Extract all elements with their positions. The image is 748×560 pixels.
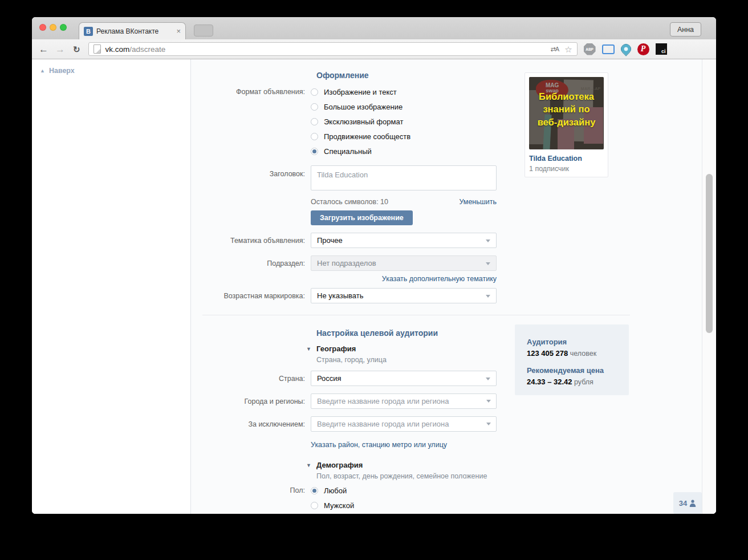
page-icon	[93, 44, 101, 54]
recommended-price-title: Рекомендуемая цена	[527, 366, 629, 375]
exclude-label: За исключением:	[191, 420, 311, 428]
screenshot-extension-icon[interactable]	[602, 44, 615, 54]
ad-preview-card: MAG swap MAR—AP Библиотека знаний по веб…	[525, 72, 608, 177]
chevron-down-icon	[486, 262, 490, 265]
section-title-audience: Настройка целевой аудитории	[316, 328, 702, 338]
subsection-label: Подраздел:	[191, 259, 311, 267]
page-viewport: ▲ Наверх Оформление Формат объявления: И…	[32, 59, 716, 514]
upload-row: Загрузить изображение	[191, 210, 702, 225]
cities-label: Города и регионы:	[191, 397, 311, 405]
chars-left-text: Осталось символов: 10	[311, 198, 388, 206]
scrollbar-track	[702, 59, 716, 514]
gender-option-male[interactable]: Мужской	[311, 501, 497, 510]
char-count-row: Осталось символов: 10 Уменьшить	[191, 198, 702, 206]
age-marking-label: Возрастная маркировка:	[191, 292, 311, 300]
scrollbar-thumb[interactable]	[706, 174, 713, 333]
audience-title: Аудитория	[527, 338, 629, 346]
radio-icon	[311, 118, 318, 125]
close-window-button[interactable]	[39, 24, 46, 31]
extra-topic-row: Указать дополнительную тематику	[191, 275, 702, 283]
country-label: Страна:	[191, 375, 311, 383]
geography-group-header[interactable]: ▼ География	[306, 344, 702, 353]
chevron-down-icon	[486, 295, 490, 298]
browser-toolbar: ← → ↻ vk.com/adscreate ⇄A ☆ ABP P ci	[32, 39, 716, 59]
section-title-design: Оформление	[316, 59, 702, 80]
format-option-exclusive[interactable]: Эксклюзивный формат	[311, 117, 497, 126]
vk-favicon-icon: B	[84, 27, 93, 36]
zoom-window-button[interactable]	[60, 24, 67, 31]
cities-input[interactable]	[311, 393, 497, 409]
geography-subtitle: Страна, город, улица	[316, 356, 702, 364]
close-tab-icon[interactable]: ×	[176, 27, 181, 35]
topic-label: Тематика объявления:	[191, 237, 311, 245]
cities-row: Города и регионы:	[191, 393, 702, 409]
format-label: Формат объявления:	[191, 88, 311, 96]
chevron-down-icon	[486, 423, 491, 425]
browser-tab[interactable]: B Реклама ВКонтакте ×	[79, 22, 186, 39]
gender-option-any[interactable]: Любой	[311, 486, 497, 495]
district-metro-street-link[interactable]: Указать район, станцию метро или улицу	[311, 441, 447, 449]
headline-textarea[interactable]	[311, 165, 497, 190]
extra-topic-link[interactable]: Указать дополнительную тематику	[382, 275, 497, 283]
back-to-top-link[interactable]: ▲ Наверх	[40, 67, 75, 75]
person-icon	[689, 500, 696, 507]
audience-count-line: 123 405 278 человек	[527, 349, 629, 358]
age-marking-select[interactable]: Не указывать	[311, 288, 497, 303]
profile-button[interactable]: Анна	[670, 22, 701, 36]
format-option-special[interactable]: Специальный	[311, 147, 497, 156]
online-friends-badge[interactable]: 34	[673, 492, 702, 514]
browser-menu-icon[interactable]	[674, 47, 684, 51]
collapse-triangle-icon: ▼	[306, 346, 312, 352]
radio-checked-icon	[311, 487, 318, 494]
upload-image-button[interactable]: Загрузить изображение	[311, 210, 413, 225]
pinterest-extension-icon[interactable]: P	[637, 43, 649, 55]
up-arrow-icon: ▲	[40, 68, 45, 74]
url-path: /adscreate	[129, 45, 165, 54]
ad-preview-image: MAG swap MAR—AP Библиотека знаний по веб…	[529, 77, 604, 149]
chevron-down-icon	[486, 400, 491, 403]
topic-select[interactable]: Прочее	[311, 233, 497, 248]
address-bar[interactable]: vk.com/adscreate ⇄A ☆	[88, 42, 578, 56]
left-sidebar: ▲ Наверх	[32, 59, 191, 514]
format-option-community-promo[interactable]: Продвижение сообществ	[311, 132, 497, 141]
forward-icon[interactable]: →	[55, 44, 65, 54]
shrink-link[interactable]: Уменьшить	[459, 198, 497, 206]
format-row: Формат объявления: Изображение и текст Б…	[191, 88, 702, 156]
demography-group-header[interactable]: ▼ Демография	[306, 461, 702, 469]
drop-extension-icon[interactable]	[619, 42, 633, 56]
url-host: vk.com	[105, 45, 130, 54]
recommended-price-line: 24.33 – 32.42 рубля	[527, 378, 629, 386]
audience-summary-box: Аудитория 123 405 278 человек Рекомендуе…	[515, 324, 629, 395]
ci-extension-icon[interactable]: ci	[656, 43, 667, 55]
desktop-background: B Реклама ВКонтакте × Анна ← → ↻ vk.com/…	[0, 0, 748, 560]
chevron-down-icon	[486, 240, 490, 242]
district-link-row: Указать район, станцию метро или улицу	[191, 439, 702, 449]
topic-row: Тематика объявления: Прочее	[191, 233, 702, 248]
country-select[interactable]: Россия	[311, 371, 497, 386]
adblock-extension-icon[interactable]: ABP	[584, 43, 596, 55]
format-option-image-text[interactable]: Изображение и текст	[311, 88, 497, 96]
online-count: 34	[679, 499, 687, 508]
demography-subtitle: Пол, возраст, день рождения, семейное по…	[316, 472, 702, 480]
exclude-input[interactable]	[311, 416, 497, 432]
gender-row: Пол: Любой Мужской	[191, 486, 702, 514]
headline-label: Заголовок:	[191, 165, 311, 178]
translate-icon[interactable]: ⇄A	[551, 46, 559, 53]
back-to-top-label: Наверх	[49, 67, 75, 75]
radio-icon	[311, 502, 318, 509]
radio-icon	[311, 133, 318, 140]
minimize-window-button[interactable]	[50, 24, 56, 31]
new-tab-button[interactable]	[194, 25, 213, 36]
ad-subscribers-count: 1 подписчик	[529, 165, 604, 173]
format-option-big-image[interactable]: Большое изображение	[311, 103, 497, 111]
bookmark-star-icon[interactable]: ☆	[564, 45, 572, 54]
subsection-select: Нет подразделов	[311, 255, 497, 271]
radio-icon	[311, 103, 318, 111]
radio-icon	[311, 88, 318, 96]
age-marking-row: Возрастная маркировка: Не указывать	[191, 288, 702, 303]
tab-strip: B Реклама ВКонтакте × Анна	[32, 17, 716, 39]
back-icon[interactable]: ←	[39, 44, 48, 54]
ad-community-name-link[interactable]: Tilda Education	[529, 155, 604, 163]
tab-title: Реклама ВКонтакте	[96, 27, 173, 35]
reload-icon[interactable]: ↻	[73, 45, 80, 54]
